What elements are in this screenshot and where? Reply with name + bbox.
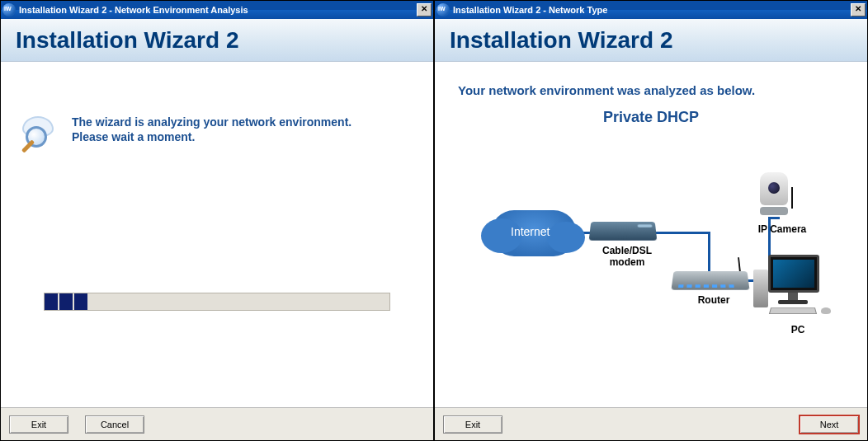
pc-label: PC [781,324,814,335]
network-type-label: Private DHCP [451,109,851,126]
pc-icon [753,255,836,324]
titlebar-left[interactable]: Installation Wizard 2 - Network Environm… [1,1,433,19]
internet-cloud-icon: Internet [491,210,577,256]
ip-camera-icon [758,172,798,220]
modem-icon [589,222,658,241]
network-diagram: Internet Cable/DSL modem Router IP Camer… [451,159,851,373]
internet-label: Internet [511,225,550,238]
content-left: The wizard is analyzing your network env… [1,62,433,407]
window-title-left: Installation Wizard 2 - Network Environm… [19,5,415,15]
router-label: Router [689,294,738,306]
modem-label: Cable/DSL modem [590,245,664,268]
exit-button[interactable]: Exit [9,415,68,434]
router-icon [671,271,749,290]
cancel-button[interactable]: Cancel [85,415,144,434]
close-icon[interactable]: ✕ [851,3,866,16]
close-icon[interactable]: ✕ [417,3,432,16]
bottom-bar-left: Exit Cancel [1,407,433,440]
ip-camera-label: IP Camera [750,223,814,235]
analyze-line2: Please wait a moment. [72,129,351,144]
window-title-right: Installation Wizard 2 - Network Type [453,5,849,15]
analyze-text: The wizard is analyzing your network env… [72,115,351,144]
app-icon [2,3,16,16]
exit-button[interactable]: Exit [443,415,502,434]
progress-segment [59,293,73,310]
analyze-line1: The wizard is analyzing your network env… [72,115,351,129]
progress-segment [45,293,58,310]
window-analysis: Installation Wizard 2 - Network Environm… [0,0,434,441]
progress-bar [44,293,390,311]
progress-segment [74,293,87,310]
content-right: Your network environment was analyzed as… [435,62,867,407]
header-banner-right: Installation Wizard 2 [435,19,867,62]
titlebar-right[interactable]: Installation Wizard 2 - Network Type ✕ [435,1,867,19]
result-heading: Your network environment was analyzed as… [458,83,851,97]
magnifier-icon [17,115,64,161]
header-title-right: Installation Wizard 2 [450,27,672,54]
app-icon [436,3,450,16]
header-banner-left: Installation Wizard 2 [1,19,433,62]
next-button[interactable]: Next [800,415,859,434]
header-title-left: Installation Wizard 2 [16,27,238,54]
window-network-type: Installation Wizard 2 - Network Type ✕ I… [434,0,868,441]
bottom-bar-right: Exit Next [435,407,867,440]
